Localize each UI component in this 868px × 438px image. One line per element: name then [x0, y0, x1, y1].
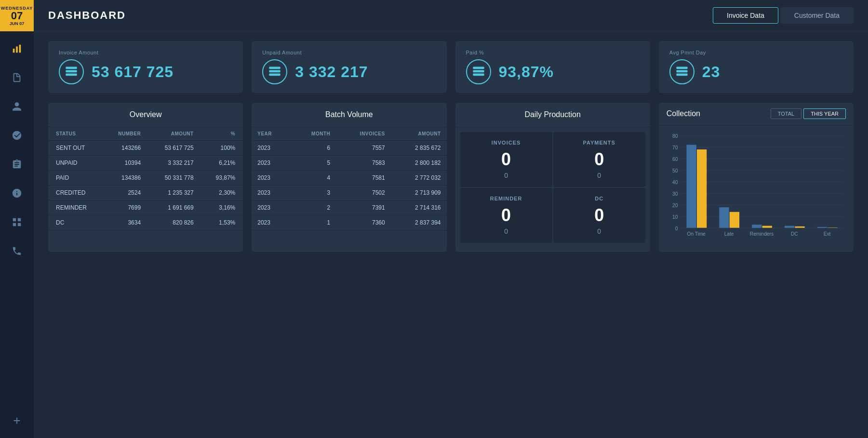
overview-number: 7699	[103, 200, 148, 215]
svg-rect-3	[66, 67, 77, 69]
stat-paid-label: Paid %	[466, 50, 640, 55]
svg-rect-37	[729, 212, 739, 228]
dp-cell-sub: 0	[561, 172, 638, 179]
overview-number: 10394	[103, 156, 148, 171]
overview-col-number: NUMBER	[103, 127, 148, 141]
header: DASHBOARD Invoice Data Customer Data	[34, 0, 868, 31]
batch-volume-widget: Batch Volume YEAR MONTH INVOICES AMOUNT …	[252, 103, 446, 252]
batch-volume-title: Batch Volume	[252, 103, 446, 127]
svg-text:0: 0	[675, 226, 678, 231]
overview-col-status: STATUS	[48, 127, 103, 141]
dp-cell-sub: 0	[468, 227, 545, 235]
batch-year: 2023	[252, 200, 290, 215]
svg-rect-34	[697, 149, 707, 228]
svg-rect-10	[473, 70, 484, 73]
stat-unpaid-content: 3 332 217	[262, 59, 436, 84]
svg-text:60: 60	[672, 157, 678, 162]
batch-invoices: 7360	[336, 215, 390, 230]
tab-customer-data[interactable]: Customer Data	[780, 7, 854, 24]
batch-month: 4	[291, 171, 336, 186]
batch-invoices: 7583	[336, 156, 390, 171]
chart-bar-icon[interactable]	[7, 39, 27, 58]
batch-month: 3	[291, 186, 336, 200]
svg-text:Reminders: Reminders	[750, 231, 774, 237]
batch-year: 2023	[252, 141, 290, 156]
header-tabs: Invoice Data Customer Data	[713, 7, 854, 24]
batch-month: 5	[291, 156, 336, 171]
batch-amount: 2 713 909	[391, 186, 447, 200]
svg-text:40: 40	[672, 180, 678, 185]
overview-amount: 820 826	[148, 215, 201, 230]
batch-invoices: 7502	[336, 186, 390, 200]
dp-cell-value: 0	[468, 205, 545, 226]
tab-invoice-data[interactable]: Invoice Data	[713, 7, 778, 24]
svg-rect-36	[719, 207, 729, 228]
table-row: 2023 3 7502 2 713 909	[252, 186, 446, 200]
overview-status: CREDITED	[48, 186, 103, 200]
page-title: DASHBOARD	[48, 9, 713, 22]
batch-month: 1	[291, 215, 336, 230]
batch-month: 2	[291, 200, 336, 215]
stat-unpaid-value: 3 332 217	[295, 63, 368, 81]
overview-pct: 3,16%	[201, 200, 243, 215]
phone-icon[interactable]	[7, 241, 27, 261]
dp-cell-value: 0	[561, 149, 638, 170]
dp-cell: DC 0 0	[553, 188, 645, 243]
collection-chart-area: 01020304050607080On TimeLateRemindersDCE…	[659, 125, 854, 252]
collection-chart-svg: 01020304050607080On TimeLateRemindersDCE…	[664, 130, 849, 250]
svg-rect-1	[16, 46, 18, 53]
svg-rect-14	[676, 74, 687, 76]
stat-avg-value: 23	[702, 63, 721, 81]
stat-avg-label: Avg Pmnt Day	[669, 50, 843, 55]
dp-cell: PAYMENTS 0 0	[553, 132, 645, 187]
batch-year: 2023	[252, 186, 290, 200]
main-content: DASHBOARD Invoice Data Customer Data Inv…	[34, 0, 868, 438]
svg-rect-40	[762, 226, 772, 228]
overview-widget: Overview STATUS NUMBER AMOUNT % SENT OUT…	[48, 103, 243, 252]
overview-col-amount: AMOUNT	[148, 127, 201, 141]
stat-unpaid-icon	[262, 59, 287, 84]
batch-year: 2023	[252, 215, 290, 230]
date-num: 07	[11, 11, 23, 21]
stat-paid-icon	[466, 59, 491, 84]
stat-paid-value: 93,87%	[499, 63, 554, 81]
overview-col-pct: %	[201, 127, 243, 141]
overview-status: UNPAID	[48, 156, 103, 171]
stat-paid-content: 93,87%	[466, 59, 640, 84]
batch-col-year: YEAR	[252, 127, 290, 141]
svg-rect-8	[269, 74, 280, 76]
table-row: CREDITED 2524 1 235 327 2,30%	[48, 186, 243, 200]
collection-tab-this-year[interactable]: THIS YEAR	[803, 108, 846, 119]
dashboard-icon[interactable]	[7, 126, 27, 145]
svg-text:80: 80	[672, 133, 678, 139]
batch-amount: 2 837 394	[391, 215, 447, 230]
grid-icon[interactable]	[7, 212, 27, 232]
batch-amount: 2 772 032	[391, 171, 447, 186]
overview-pct: 100%	[201, 141, 243, 156]
overview-status: REMINDER	[48, 200, 103, 215]
overview-status: DC	[48, 215, 103, 230]
stat-card-paid: Paid % 93,87%	[455, 41, 650, 93]
dp-cell-sub: 0	[468, 172, 545, 179]
stat-unpaid-label: Unpaid Amount	[262, 50, 436, 55]
add-icon[interactable]	[7, 411, 27, 430]
collection-icon[interactable]	[7, 184, 27, 203]
widget-cards-row: Overview STATUS NUMBER AMOUNT % SENT OUT…	[48, 103, 854, 252]
stat-avg-content: 23	[669, 59, 843, 84]
stat-avg-icon	[669, 59, 694, 84]
batch-amount: 2 714 316	[391, 200, 447, 215]
batch-amount: 2 835 672	[391, 141, 447, 156]
overview-amount: 1 691 669	[148, 200, 201, 215]
overview-pct: 1,53%	[201, 215, 243, 230]
person-icon[interactable]	[7, 97, 27, 116]
table-row: SENT OUT 143266 53 617 725 100%	[48, 141, 243, 156]
clipboard-icon[interactable]	[7, 155, 27, 174]
collection-tab-total[interactable]: TOTAL	[771, 108, 801, 119]
dp-cell-label: DC	[561, 196, 638, 201]
stat-card-avg: Avg Pmnt Day 23	[659, 41, 854, 93]
svg-text:20: 20	[672, 203, 678, 208]
svg-text:50: 50	[672, 168, 678, 173]
invoice-icon[interactable]	[7, 68, 27, 87]
dp-cell: INVOICES 0 0	[460, 132, 552, 187]
svg-rect-42	[785, 226, 794, 228]
